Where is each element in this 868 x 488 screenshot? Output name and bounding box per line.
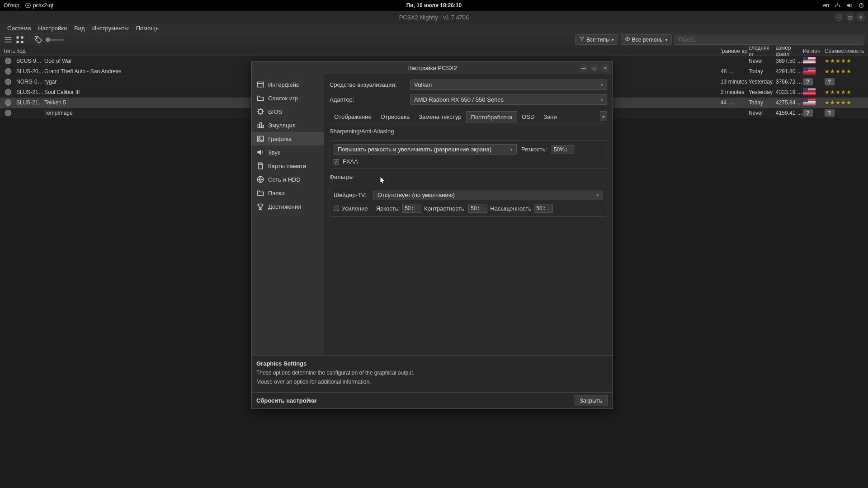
tab-rendering[interactable]: Отрисовка	[376, 111, 415, 123]
chevron-down-icon: ▾	[601, 83, 603, 87]
tab-texture-replace[interactable]: Замена текстур	[414, 111, 466, 123]
sidebar-item-chip[interactable]: BIOS	[252, 105, 324, 118]
col-code[interactable]: Код	[16, 48, 44, 54]
menu-view[interactable]: Вид	[71, 24, 89, 33]
window-icon	[256, 80, 264, 89]
list-view-icon[interactable]	[4, 35, 13, 44]
minimize-button[interactable]: —	[835, 13, 844, 22]
menu-settings[interactable]: Настройки	[34, 24, 71, 33]
dlg-close-button[interactable]: ✕	[601, 63, 610, 72]
grid-view-icon[interactable]	[15, 35, 24, 44]
renderer-combo[interactable]: Vulkan▾	[410, 80, 607, 90]
power-icon[interactable]	[858, 2, 864, 9]
sidebar-item-folder2[interactable]: Папки	[252, 186, 324, 200]
tab-display[interactable]: Отображение	[330, 111, 376, 123]
svg-point-1	[27, 5, 29, 6]
svg-point-27	[259, 137, 260, 139]
dlg-minimize-button[interactable]: —	[579, 63, 588, 72]
zoom-slider[interactable]	[46, 39, 64, 41]
boost-checkbox[interactable]	[334, 206, 339, 211]
lang-indicator[interactable]: en	[823, 2, 829, 9]
col-region[interactable]: Регион	[803, 48, 825, 54]
col-compat[interactable]: Совместимость	[825, 48, 868, 54]
sidebar-item-globe[interactable]: Сеть и HDD	[252, 173, 324, 186]
desc-line2: Mouse over an option for additional info…	[256, 379, 608, 385]
svg-rect-13	[21, 41, 24, 43]
activities[interactable]: Обзор	[4, 2, 19, 9]
game-playtime: 48 …	[721, 68, 749, 75]
flag-us-icon	[803, 67, 816, 75]
sharpening-group: Повышать резкость и увеличивать (разреше…	[330, 140, 607, 169]
dlg-maximize-button[interactable]: ◻	[590, 63, 599, 72]
app-name[interactable]: pcsx2-qt	[33, 2, 53, 9]
close-button[interactable]: ✕	[856, 13, 865, 22]
image-icon	[256, 135, 264, 143]
unknown-compat-icon: ?	[825, 78, 835, 85]
tab-osd[interactable]: OSD	[517, 111, 539, 123]
game-code: SLUS-21…	[16, 89, 44, 95]
desc-line1: These options determine the configuratio…	[256, 370, 608, 376]
sharpness-spinner[interactable]: 50%▴▾	[552, 145, 574, 154]
type-filter[interactable]: Все типы ▾	[575, 34, 618, 45]
sidebar-item-trophy[interactable]: Достижения	[252, 200, 324, 213]
col-type[interactable]: Тип ▴	[0, 48, 16, 54]
flag-us-icon	[803, 99, 816, 106]
chevron-down-icon: ▾	[510, 147, 513, 152]
adapter-combo[interactable]: AMD Radeon RX 550 / 550 Series▾	[410, 94, 607, 105]
region-filter[interactable]: Все регионы ▾	[621, 34, 672, 45]
saturation-spinner[interactable]: 50▴▾	[534, 204, 553, 213]
game-code: SLUS-20…	[16, 68, 44, 75]
sidebar-item-folder[interactable]: Список игр	[252, 91, 324, 105]
dialog-titlebar[interactable]: Настройки PCSX2 — ◻ ✕	[252, 61, 613, 74]
col-size[interactable]: азмер файл	[776, 45, 803, 57]
contrast-spinner[interactable]: 50▴▾	[468, 204, 487, 213]
sidebar-item-cpu[interactable]: Эмуляция	[252, 118, 324, 132]
network-icon[interactable]	[835, 2, 841, 9]
brightness-spinner[interactable]: 50▴▾	[402, 204, 421, 213]
svg-point-14	[36, 38, 38, 39]
game-lastplayed: Never	[749, 110, 776, 116]
shader-combo[interactable]: Отсутствует (по умолчанию)▾	[373, 190, 603, 200]
svg-rect-12	[17, 41, 19, 43]
sidebar-item-sd[interactable]: Карты памяти	[252, 159, 324, 173]
close-settings-button[interactable]: Закрыть	[574, 395, 608, 406]
game-lastplayed: Today	[749, 99, 776, 106]
tabs-scroll-right[interactable]: ▸	[600, 111, 607, 121]
maximize-button[interactable]: ◻	[845, 13, 854, 22]
col-last[interactable]: следняя иг	[749, 45, 776, 57]
settings-tabs: Отображение Отрисовка Замена текстур Пос…	[330, 111, 607, 123]
disc-icon	[5, 79, 11, 85]
settings-content: Средство визуализации: Vulkan▾ Адаптер: …	[324, 74, 613, 355]
sidebar-item-speaker[interactable]: Звук	[252, 145, 324, 159]
game-filesize: 4291.80 …	[776, 68, 803, 75]
gnome-taskbar[interactable]: Обзор pcsx2-qt Пн, 10 июля 18:26:10 en	[0, 0, 868, 11]
menu-system[interactable]: Система	[4, 24, 34, 33]
sidebar-item-image[interactable]: Графика	[252, 132, 324, 145]
sidebar-label: Список игр	[268, 95, 298, 102]
main-titlebar[interactable]: PCSX2 Nightly - v1.7.4706 — ◻ ✕	[0, 11, 868, 23]
fxaa-label: FXAA	[343, 158, 358, 165]
tag-icon[interactable]	[34, 35, 43, 44]
compat-stars: ★★★★★	[825, 99, 852, 106]
sharpen-mode-combo[interactable]: Повышать резкость и увеличивать (разреше…	[334, 144, 517, 155]
sidebar-item-window[interactable]: Интерфейс	[252, 78, 324, 91]
col-fav[interactable]: ˈранное вр	[721, 48, 749, 54]
tab-postprocessing[interactable]: Постобработка	[466, 111, 518, 123]
fxaa-checkbox[interactable]: ✓	[334, 159, 339, 164]
menu-help[interactable]: Помощь	[132, 24, 162, 33]
filters-group: Шейдер-TV: Отсутствует (по умолчанию)▾ У…	[330, 186, 607, 217]
datetime[interactable]: Пн, 10 июля 18:26:10	[406, 2, 462, 9]
game-filesize: 4159.41 …	[776, 110, 803, 116]
folder-icon	[256, 94, 264, 102]
tab-recording[interactable]: Запи	[539, 111, 561, 123]
volume-icon[interactable]	[846, 2, 853, 9]
menu-tools[interactable]: Инструменты	[89, 24, 132, 33]
sharpness-label: Резкость:	[521, 146, 547, 153]
search-input[interactable]	[675, 35, 864, 45]
disc-icon	[5, 99, 11, 106]
cpu-icon	[256, 121, 264, 129]
sharpening-group-title: Sharpening/Anti-Aliasing	[330, 128, 607, 135]
separator	[29, 36, 29, 43]
reset-button[interactable]: Сбросить настройки	[256, 395, 322, 406]
adapter-label: Адаптер:	[330, 96, 406, 103]
